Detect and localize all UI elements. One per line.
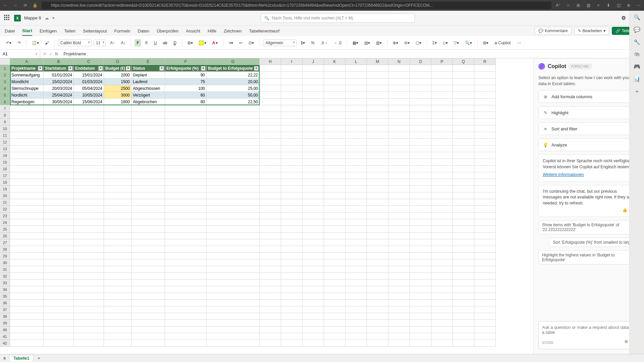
empty-cell[interactable]: [474, 139, 496, 145]
sidebar-shopping-icon[interactable]: 🛍: [634, 51, 640, 57]
empty-cell[interactable]: [281, 132, 303, 139]
cell-erfolgsquote[interactable]: 80: [165, 99, 207, 105]
empty-cell[interactable]: [303, 286, 324, 293]
sheet-tab-1[interactable]: Tabelle1: [9, 355, 34, 361]
tab-datei[interactable]: Datei: [5, 26, 15, 36]
column-header[interactable]: I: [281, 58, 303, 65]
empty-cell[interactable]: [104, 219, 131, 226]
tab-daten[interactable]: Daten: [138, 26, 150, 36]
row-header[interactable]: 13: [0, 145, 10, 152]
tab-zeichnen[interactable]: Zeichnen: [224, 26, 241, 36]
empty-cell[interactable]: [367, 259, 388, 266]
empty-cell[interactable]: [324, 85, 345, 92]
empty-cell[interactable]: [260, 239, 281, 246]
empty-cell[interactable]: [44, 239, 74, 246]
empty-cell[interactable]: [260, 286, 281, 293]
empty-cell[interactable]: [453, 340, 474, 347]
empty-cell[interactable]: [474, 333, 496, 340]
empty-cell[interactable]: [44, 112, 74, 119]
empty-cell[interactable]: [74, 172, 104, 179]
row-header[interactable]: 18: [0, 179, 10, 186]
empty-cell[interactable]: [207, 253, 260, 259]
empty-cell[interactable]: [367, 239, 388, 246]
select-all-corner[interactable]: [0, 58, 10, 65]
empty-cell[interactable]: [324, 233, 345, 239]
empty-cell[interactable]: [260, 293, 281, 300]
empty-cell[interactable]: [104, 139, 131, 145]
empty-cell[interactable]: [303, 152, 324, 159]
empty-cell[interactable]: [474, 253, 496, 259]
empty-cell[interactable]: [104, 340, 131, 347]
empty-cell[interactable]: [388, 119, 410, 125]
paste-button[interactable]: 📋▾: [30, 39, 41, 47]
read-aloud-icon[interactable]: A⁺: [555, 3, 561, 8]
empty-cell[interactable]: [453, 273, 474, 280]
empty-cell[interactable]: [131, 266, 165, 273]
column-header[interactable]: O: [410, 58, 431, 65]
empty-cell[interactable]: [44, 293, 74, 300]
insert-cells-button[interactable]: ⊕▾: [391, 39, 400, 47]
empty-cell[interactable]: [388, 333, 410, 340]
empty-cell[interactable]: [207, 340, 260, 347]
empty-cell[interactable]: [410, 72, 431, 78]
empty-cell[interactable]: [104, 166, 131, 172]
empty-cell[interactable]: [345, 112, 367, 119]
empty-cell[interactable]: [131, 259, 165, 266]
empty-cell[interactable]: [104, 213, 131, 219]
tab-tabellenentwurf[interactable]: Tabellenentwurf: [249, 26, 279, 36]
empty-cell[interactable]: [367, 253, 388, 259]
empty-cell[interactable]: [44, 333, 74, 340]
empty-cell[interactable]: [281, 340, 303, 347]
empty-cell[interactable]: [345, 192, 367, 199]
cell-status[interactable]: Verzögert: [131, 92, 165, 99]
row-header[interactable]: 37: [0, 306, 10, 313]
empty-cell[interactable]: [281, 226, 303, 233]
empty-cell[interactable]: [388, 226, 410, 233]
row-header[interactable]: 41: [0, 333, 10, 340]
empty-cell[interactable]: [474, 105, 496, 112]
empty-cell[interactable]: [388, 192, 410, 199]
empty-cell[interactable]: [10, 139, 44, 145]
empty-cell[interactable]: [44, 172, 74, 179]
empty-cell[interactable]: [410, 333, 431, 340]
empty-cell[interactable]: [74, 239, 104, 246]
empty-cell[interactable]: [44, 192, 74, 199]
empty-cell[interactable]: [10, 300, 44, 306]
attach-icon[interactable]: ▦: [625, 339, 628, 346]
number-format-select[interactable]: Allgemein: [263, 40, 297, 46]
empty-cell[interactable]: [345, 340, 367, 347]
font-size-select[interactable]: 11: [94, 40, 106, 46]
empty-cell[interactable]: [367, 139, 388, 145]
empty-cell[interactable]: [367, 192, 388, 199]
empty-cell[interactable]: [74, 179, 104, 186]
empty-cell[interactable]: [324, 65, 345, 72]
empty-cell[interactable]: [165, 226, 207, 233]
column-header[interactable]: B: [44, 58, 74, 65]
empty-cell[interactable]: [410, 85, 431, 92]
empty-cell[interactable]: [303, 159, 324, 166]
empty-cell[interactable]: [474, 293, 496, 300]
empty-cell[interactable]: [324, 313, 345, 320]
empty-cell[interactable]: [453, 166, 474, 172]
empty-cell[interactable]: [104, 306, 131, 313]
empty-cell[interactable]: [207, 300, 260, 306]
empty-cell[interactable]: [324, 166, 345, 172]
add-sheet-button[interactable]: ＋: [37, 355, 41, 361]
more-info-link[interactable]: Weitere Informationen: [543, 172, 635, 178]
empty-cell[interactable]: [131, 186, 165, 192]
empty-cell[interactable]: [74, 105, 104, 112]
empty-cell[interactable]: [260, 105, 281, 112]
empty-cell[interactable]: [131, 340, 165, 347]
empty-cell[interactable]: [431, 340, 453, 347]
empty-cell[interactable]: [345, 320, 367, 326]
cell-startdatum[interactable]: 15/02/2024: [44, 78, 74, 85]
empty-cell[interactable]: [131, 119, 165, 125]
empty-cell[interactable]: [44, 213, 74, 219]
empty-cell[interactable]: [131, 306, 165, 313]
empty-cell[interactable]: [281, 239, 303, 246]
empty-cell[interactable]: [431, 99, 453, 105]
empty-cell[interactable]: [431, 186, 453, 192]
empty-cell[interactable]: [74, 199, 104, 206]
empty-cell[interactable]: [431, 259, 453, 266]
empty-cell[interactable]: [281, 280, 303, 286]
